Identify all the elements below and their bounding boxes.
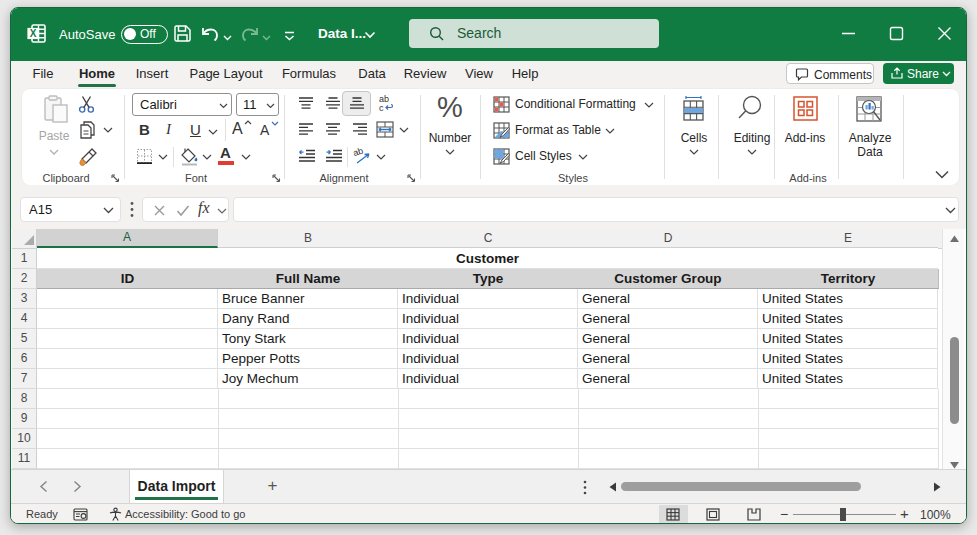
svg-text:ab: ab: [353, 146, 364, 158]
svg-text:c: c: [379, 103, 384, 113]
svg-text:X: X: [30, 28, 37, 39]
